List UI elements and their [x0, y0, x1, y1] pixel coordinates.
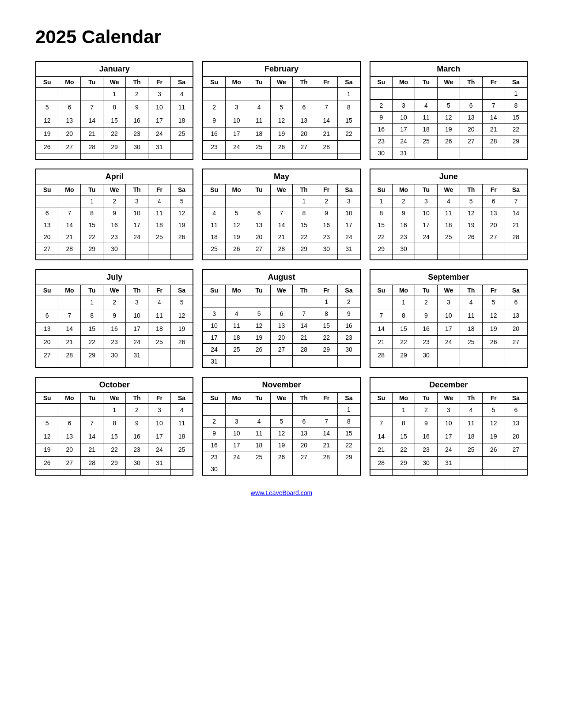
- day-header-tu: Tu: [415, 184, 437, 195]
- day-cell: 21: [58, 231, 81, 243]
- day-cell: 26: [270, 140, 293, 154]
- day-header-tu: Tu: [248, 393, 270, 404]
- day-cell: 24: [126, 231, 148, 243]
- day-cell: 28: [81, 140, 103, 154]
- day-cell: [248, 195, 270, 207]
- day-cell: 3: [203, 308, 225, 320]
- day-cell: 7: [370, 309, 393, 322]
- day-header-tu: Tu: [415, 77, 437, 88]
- day-header-fr: Fr: [482, 285, 505, 296]
- day-cell: 4: [415, 100, 437, 112]
- day-cell: 14: [370, 322, 393, 335]
- day-header-su: Su: [36, 184, 58, 195]
- day-cell: 31: [126, 349, 148, 362]
- day-cell: [103, 255, 126, 260]
- day-cell: 8: [81, 207, 103, 219]
- footer-link[interactable]: www.LeaveBoard.com: [251, 489, 312, 496]
- day-cell: 26: [482, 443, 505, 456]
- day-cell: 22: [293, 231, 315, 243]
- day-header-th: Th: [293, 184, 315, 195]
- day-cell: 15: [393, 430, 415, 443]
- day-cell: [270, 154, 293, 159]
- day-cell: [103, 154, 126, 159]
- day-cell: 5: [225, 207, 248, 219]
- day-cell: 29: [338, 451, 360, 463]
- day-header-fr: Fr: [482, 184, 505, 195]
- day-cell: 11: [148, 207, 170, 219]
- day-header-fr: Fr: [315, 77, 338, 88]
- day-cell: 30: [203, 463, 225, 476]
- day-cell: 22: [505, 124, 527, 135]
- day-cell: 20: [248, 231, 270, 243]
- day-cell: 26: [36, 456, 58, 469]
- day-cell: 19: [225, 231, 248, 243]
- day-cell: 1: [338, 88, 360, 101]
- day-cell: [148, 243, 170, 255]
- day-header-we: We: [437, 77, 460, 88]
- day-cell: 7: [315, 101, 338, 114]
- day-cell: 4: [437, 195, 460, 207]
- day-header-su: Su: [370, 77, 393, 88]
- day-cell: 28: [270, 243, 293, 255]
- day-cell: [148, 349, 170, 362]
- day-cell: [225, 154, 248, 159]
- day-cell: 14: [370, 430, 393, 443]
- day-cell: 30: [126, 456, 148, 469]
- day-cell: 18: [248, 439, 270, 451]
- day-header-we: We: [103, 393, 126, 404]
- day-cell: 6: [505, 404, 527, 417]
- day-cell: 25: [460, 443, 482, 456]
- day-cell: 1: [103, 88, 126, 101]
- day-cell: 21: [81, 443, 103, 456]
- day-cell: 8: [505, 100, 527, 112]
- day-cell: 17: [126, 322, 148, 335]
- day-cell: 25: [437, 231, 460, 243]
- day-cell: [482, 243, 505, 255]
- day-cell: 14: [505, 207, 527, 219]
- day-header-th: Th: [293, 393, 315, 404]
- day-cell: 6: [248, 207, 270, 219]
- day-cell: [505, 243, 527, 255]
- day-cell: 26: [460, 231, 482, 243]
- day-cell: [58, 362, 81, 368]
- day-cell: [482, 88, 505, 100]
- day-cell: 12: [482, 309, 505, 322]
- month-name-november: November: [203, 377, 360, 393]
- day-header-sa: Sa: [170, 393, 193, 404]
- day-cell: [338, 463, 360, 476]
- month-name-june: June: [370, 169, 527, 184]
- day-header-mo: Mo: [393, 285, 415, 296]
- day-cell: 22: [338, 127, 360, 140]
- day-cell: 27: [270, 344, 293, 356]
- day-cell: 3: [393, 100, 415, 112]
- day-cell: 8: [338, 416, 360, 428]
- day-cell: 23: [370, 135, 393, 147]
- day-cell: 23: [415, 335, 437, 349]
- day-cell: 31: [148, 140, 170, 154]
- day-cell: 6: [460, 100, 482, 112]
- day-cell: [293, 356, 315, 368]
- day-cell: 10: [393, 112, 415, 124]
- day-cell: 17: [437, 430, 460, 443]
- day-cell: 1: [338, 404, 360, 416]
- day-cell: [338, 255, 360, 260]
- day-cell: 15: [315, 320, 338, 332]
- day-cell: 5: [36, 101, 58, 114]
- day-header-mo: Mo: [58, 393, 81, 404]
- day-cell: 8: [315, 308, 338, 320]
- day-cell: 24: [437, 335, 460, 349]
- day-cell: 24: [225, 451, 248, 463]
- day-header-th: Th: [126, 77, 148, 88]
- month-table-august: AugustSuMoTuWeThFrSa12345678910111213141…: [202, 269, 360, 368]
- day-cell: 20: [58, 443, 81, 456]
- day-cell: [81, 154, 103, 159]
- day-header-th: Th: [460, 77, 482, 88]
- day-cell: [315, 463, 338, 476]
- day-cell: 26: [225, 243, 248, 255]
- day-cell: 11: [460, 417, 482, 430]
- day-cell: 19: [170, 219, 193, 231]
- day-cell: 20: [505, 430, 527, 443]
- day-header-tu: Tu: [248, 184, 270, 195]
- day-cell: 27: [36, 243, 58, 255]
- day-cell: 2: [415, 296, 437, 309]
